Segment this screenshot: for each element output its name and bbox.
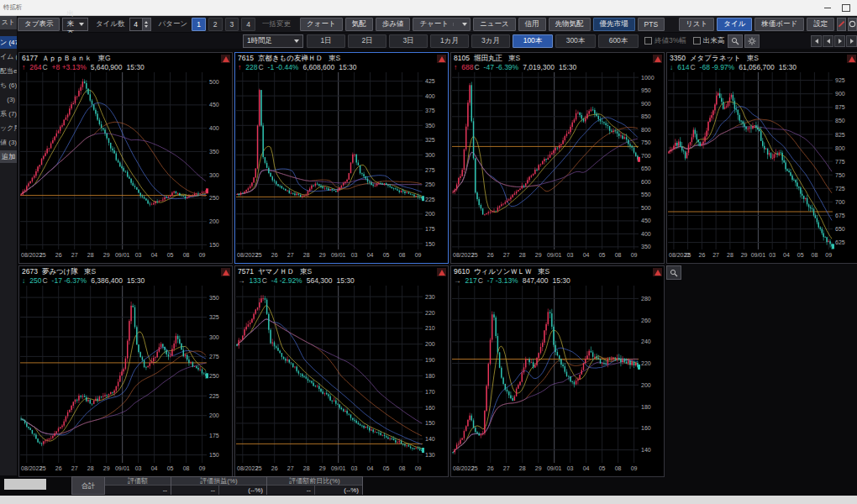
svg-text:275: 275 [425, 167, 435, 173]
draw-pencil-button[interactable] [837, 18, 846, 31]
chart-panel-9610[interactable]: 9610ウィルソンＷＬＷ東S→217C-7 -3.13%847,40015:30… [450, 265, 665, 477]
alert-button[interactable] [221, 268, 230, 276]
chart-area[interactable]: 13014015016017018019020021022023008/2022… [235, 286, 448, 472]
period-button-3カ月[interactable]: 3カ月 [471, 34, 510, 48]
zoom-button[interactable] [728, 34, 743, 48]
svg-text:09: 09 [199, 252, 206, 258]
tab-display-button[interactable]: タブ表示 [18, 18, 60, 31]
svg-text:05: 05 [797, 252, 804, 258]
chart-settings-button[interactable] [744, 34, 760, 48]
chart-area[interactable]: 3504004505005506006507007508008509009501… [451, 72, 664, 259]
last-price: 217 [465, 276, 477, 286]
view-button-クォート[interactable]: クォート [300, 18, 343, 31]
svg-text:260: 260 [641, 318, 651, 323]
volume-dropdown[interactable]: 出来高 [62, 18, 88, 31]
alert-button[interactable] [653, 55, 662, 63]
grid-zoom-button[interactable] [666, 265, 681, 280]
candlestick-chart[interactable]: 14016018020022024026028008/2022252627282… [452, 286, 661, 472]
svg-text:350: 350 [209, 295, 219, 301]
chevron-down-icon[interactable] [453, 23, 467, 26]
period-button-3日[interactable]: 3日 [389, 34, 428, 48]
svg-text:04: 04 [583, 465, 590, 471]
nav-next-button[interactable] [834, 35, 845, 47]
bars-button-100本[interactable]: 100本 [513, 34, 553, 48]
nav-first-button[interactable] [811, 35, 822, 47]
volume-value: 564,300 [307, 276, 333, 286]
volume-checkbox[interactable]: 出来高 [693, 36, 725, 46]
candlestick-chart[interactable]: 15020025030035040045050008/2022252627282… [20, 72, 229, 259]
view-button-チャート[interactable]: チャート [413, 18, 471, 31]
nav-last-button[interactable] [846, 35, 857, 47]
pattern-button-1[interactable]: 1 [192, 18, 206, 31]
svg-text:225: 225 [209, 393, 219, 399]
svg-text:29: 29 [535, 465, 542, 471]
chart-area[interactable]: 15020025030035040045050008/2022252627282… [19, 72, 232, 259]
tile-count-stepper[interactable]: 4 [129, 18, 151, 31]
alert-button[interactable] [437, 55, 446, 63]
period-button-1カ月[interactable]: 1カ月 [430, 34, 469, 48]
period-button-2日[interactable]: 2日 [348, 34, 386, 48]
alert-triangle-icon [849, 56, 855, 62]
candlestick-chart[interactable]: 13014015016017018019020021022023008/2022… [236, 286, 445, 472]
svg-text:25: 25 [471, 465, 478, 471]
sidebar-header: スト [0, 16, 17, 29]
view-button-信用[interactable]: 信用 [518, 18, 546, 31]
maximize-button[interactable] [837, 0, 855, 15]
market-button-優先市場[interactable]: 優先市場 [593, 18, 635, 31]
sidebar-item-0[interactable]: ン (47) [0, 36, 17, 49]
svg-text:210: 210 [425, 325, 435, 331]
chart-panel-7571[interactable]: 7571ヤマノＨＤ東S→133C-4 -2.92%564,30015:30130… [234, 265, 449, 477]
svg-text:29: 29 [535, 252, 542, 258]
chart-area[interactable]: 15017520022525027530032535008/2022252627… [19, 286, 232, 472]
market-button-リスト[interactable]: リスト [679, 18, 714, 31]
footer-col-header: 評価損益(%) [171, 477, 266, 485]
market-tag: 東S [747, 54, 759, 63]
svg-text:175: 175 [209, 433, 219, 438]
panel-header: 8105堀田丸正東S↑688C-47 -6.39%7,019,30015:30 [451, 53, 664, 72]
nav-prev-button[interactable] [823, 35, 833, 47]
alert-button[interactable] [847, 55, 856, 63]
alert-button[interactable] [221, 55, 230, 63]
chart-panel-8105[interactable]: 8105堀田丸正東S↑688C-47 -6.39%7,019,30015:303… [450, 52, 665, 264]
pattern-button-3[interactable]: 3 [225, 18, 239, 31]
checkbox-icon [644, 37, 652, 45]
period-button-1日[interactable]: 1日 [307, 34, 345, 48]
chart-area[interactable]: 15017520022525027530032535037540042508/2… [235, 72, 448, 259]
chart-area[interactable]: 6256506757007257507758008258508759009250… [667, 72, 857, 259]
market-button-株価ボード[interactable]: 株価ボード [754, 18, 804, 31]
svg-text:160: 160 [425, 405, 435, 411]
alert-button[interactable] [437, 268, 446, 276]
svg-text:200: 200 [425, 211, 435, 217]
market-button-設定[interactable]: 設定 [807, 18, 834, 31]
view-button-歩み値[interactable]: 歩み値 [376, 18, 411, 31]
chart-area[interactable]: 14016018020022024026028008/2022252627282… [451, 286, 664, 472]
chart-panel-6177[interactable]: 6177ＡｐｐＢａｎｋ東G↑264C+8 +3.13%5,640,90015:3… [18, 52, 233, 264]
bulk-change-label[interactable]: 一括変更 [262, 19, 291, 29]
pattern-button-2[interactable]: 2 [208, 18, 223, 31]
close-range-checkbox[interactable]: 終値3%幅 [644, 36, 686, 46]
bars-button-300本[interactable]: 300本 [555, 34, 596, 48]
chart-panel-2673[interactable]: 2673夢みつけ隊東S↓250C-17 -6.37%6,386,40015:30… [18, 265, 233, 477]
price-change: -47 -6.39% [484, 63, 519, 72]
alert-button[interactable] [653, 268, 662, 276]
chart-panel-3350[interactable]: 3350メタプラネット東S↓614C-68 -9.97%61,056,70015… [666, 52, 857, 264]
volume-value: 6,386,400 [91, 276, 123, 286]
stepper-arrows-icon[interactable] [142, 18, 150, 30]
view-button-気配[interactable]: 気配 [345, 18, 373, 31]
candlestick-chart[interactable]: 6256506757007257507758008258508759009250… [668, 72, 855, 259]
candlestick-chart[interactable]: 3504004505005506006507007508008509009501… [452, 72, 661, 259]
market-button-先物気配[interactable]: 先物気配 [549, 18, 591, 31]
pattern-button-4[interactable]: 4 [241, 18, 255, 31]
candlestick-chart[interactable]: 15017520022525027530032535037540042508/2… [236, 72, 445, 259]
candlestick-chart[interactable]: 15017520022525027530032535008/2022252627… [20, 286, 229, 472]
market-button-タイル[interactable]: タイル [717, 18, 752, 31]
bars-button-600本[interactable]: 600本 [598, 34, 639, 48]
svg-text:05: 05 [167, 252, 174, 258]
volume-value: 7,019,300 [523, 63, 555, 72]
chart-panel-7615[interactable]: 7615京都きもの友禅ＨＤ東S↑228C-1 -0.44%6,608,60015… [234, 52, 449, 264]
timeframe-dropdown[interactable]: 1時間足 [243, 34, 303, 48]
view-button-ニュース[interactable]: ニュース [473, 18, 516, 31]
minimize-button[interactable] [818, 0, 837, 15]
record-button[interactable] [848, 18, 857, 31]
market-button-PTS[interactable]: PTS [638, 18, 665, 31]
